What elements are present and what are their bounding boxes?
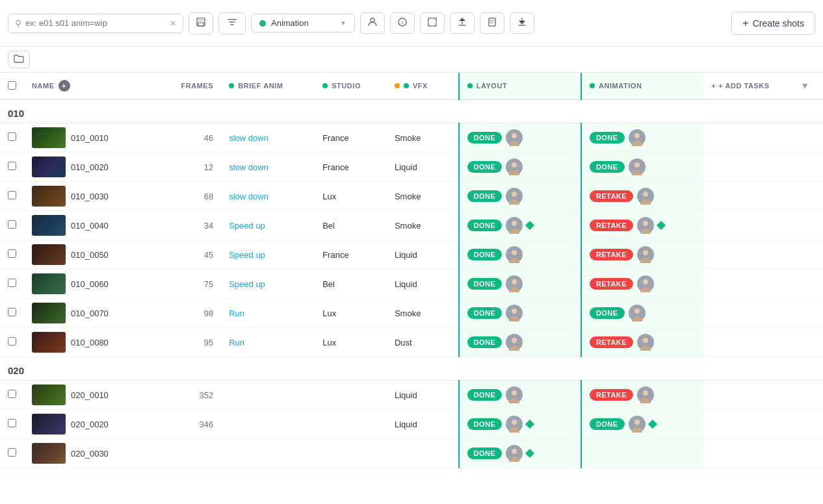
status-badge: DONE <box>467 278 503 290</box>
clear-search-button[interactable]: ✕ <box>170 19 176 28</box>
search-input[interactable] <box>25 18 166 28</box>
vfx-cell: Dust <box>387 328 459 357</box>
brief-link[interactable]: Speed up <box>229 250 265 260</box>
status-badge: DONE <box>590 161 625 173</box>
collapse-button[interactable]: ▼ <box>798 79 812 92</box>
collapse-cell <box>790 240 823 270</box>
brief-dot <box>229 83 234 88</box>
add-tasks-header[interactable]: + + Add tasks <box>703 73 790 99</box>
info-icon: i <box>397 17 408 27</box>
brief-link[interactable]: Run <box>229 338 244 347</box>
row-checkbox-cell[interactable] <box>0 439 24 468</box>
filter-button[interactable] <box>218 12 246 34</box>
row-checkbox-cell[interactable] <box>0 328 24 357</box>
upload-icon-button[interactable] <box>450 12 475 34</box>
avatar <box>637 275 654 292</box>
svg-point-20 <box>512 221 517 226</box>
row-checkbox[interactable] <box>8 308 16 316</box>
brief-link[interactable]: Speed up <box>229 279 265 289</box>
svg-point-40 <box>512 390 517 396</box>
row-checkbox[interactable] <box>8 390 16 398</box>
user-icon-button[interactable] <box>360 12 385 34</box>
select-all-header[interactable] <box>0 73 24 99</box>
add-column-button[interactable]: + <box>59 80 70 92</box>
vfx-cell <box>387 439 459 468</box>
svg-point-34 <box>634 309 640 314</box>
table-row: 020_0030 DONE <box>0 439 823 468</box>
row-checkbox[interactable] <box>8 279 16 287</box>
row-checkbox[interactable] <box>8 419 16 427</box>
svg-point-24 <box>512 250 517 255</box>
status-badge: RETAKE <box>590 336 633 348</box>
animation-column-header: ANIMATION <box>581 73 703 99</box>
row-checkbox-cell[interactable] <box>0 182 24 211</box>
table-row: 010_0010 46 slow down France Smoke DONE … <box>0 123 823 153</box>
row-checkbox-cell[interactable] <box>0 381 24 410</box>
collapse-header[interactable]: ▼ <box>790 73 823 99</box>
status-badge: RETAKE <box>590 190 633 202</box>
row-checkbox[interactable] <box>8 448 16 457</box>
frames-cell: 75 <box>168 270 222 299</box>
folder-button[interactable] <box>8 51 30 68</box>
row-checkbox-cell[interactable] <box>0 240 24 270</box>
frames-cell: 45 <box>168 240 222 270</box>
status-badge: DONE <box>467 447 503 459</box>
brief-link[interactable]: slow down <box>229 192 268 201</box>
studio-cell <box>315 410 387 439</box>
row-checkbox-cell[interactable] <box>0 153 24 182</box>
row-checkbox-cell[interactable] <box>0 410 24 439</box>
shot-thumbnail <box>32 303 66 323</box>
brief-link[interactable]: Speed up <box>229 221 265 231</box>
report-icon-button[interactable] <box>480 12 504 34</box>
status-badge: DONE <box>467 249 503 260</box>
frames-cell: 68 <box>168 182 222 211</box>
row-checkbox-cell[interactable] <box>0 299 24 328</box>
shot-name-cell: 010_0070 <box>24 299 168 328</box>
create-shots-button[interactable]: + Create shots <box>731 12 815 35</box>
brief-cell <box>221 439 315 468</box>
frames-cell: 98 <box>168 299 222 328</box>
row-checkbox[interactable] <box>8 220 16 229</box>
svg-point-38 <box>643 338 648 343</box>
export-icon-button[interactable] <box>510 12 534 34</box>
brief-link[interactable]: Run <box>229 309 244 318</box>
brief-cell <box>221 410 315 439</box>
shots-table-container: NAME + FRAMES BRIEF ANIM STUDIO <box>0 73 823 504</box>
svg-point-32 <box>512 309 517 314</box>
vfx-cell: Liquid <box>387 270 459 299</box>
collapse-cell <box>790 182 823 211</box>
vfx-cell: Smoke <box>387 123 459 153</box>
info-icon-button[interactable]: i <box>390 12 415 34</box>
row-checkbox[interactable] <box>8 132 16 141</box>
task-cell: DONE <box>459 381 581 410</box>
svg-point-12 <box>512 162 517 168</box>
table-row: 010_0030 68 slow down Lux Smoke DONE RET… <box>0 182 823 211</box>
svg-point-22 <box>643 221 648 226</box>
save-search-button[interactable] <box>189 12 213 34</box>
select-all-checkbox[interactable] <box>8 81 16 90</box>
collapse-cell <box>790 328 823 357</box>
table-row: 020_0010 352 Liquid DONE RETAKE <box>0 381 823 410</box>
shot-name-cell: 010_0040 <box>24 211 168 240</box>
shot-name-cell: 010_0080 <box>24 328 168 357</box>
layout-column-header: LAYOUT <box>459 73 581 99</box>
task-cell: RETAKE <box>581 211 703 240</box>
shot-thumbnail <box>32 157 66 177</box>
row-checkbox-cell[interactable] <box>0 123 24 153</box>
row-checkbox-cell[interactable] <box>0 211 24 240</box>
avatar <box>506 275 523 292</box>
row-checkbox-cell[interactable] <box>0 270 24 299</box>
row-checkbox[interactable] <box>8 249 16 258</box>
filter-icon <box>227 17 237 27</box>
expand-icon-button[interactable] <box>420 12 445 34</box>
row-checkbox[interactable] <box>8 162 16 170</box>
row-checkbox[interactable] <box>8 337 16 346</box>
brief-link[interactable]: slow down <box>229 162 268 172</box>
row-checkbox[interactable] <box>8 191 16 199</box>
secondary-toolbar <box>0 47 823 73</box>
brief-link[interactable]: slow down <box>229 133 268 143</box>
table-row: 010_0050 45 Speed up France Liquid DONE … <box>0 240 823 270</box>
avatar <box>637 386 654 403</box>
department-selector[interactable]: Animation ▼ <box>251 14 355 32</box>
task-cell: DONE <box>459 439 581 468</box>
